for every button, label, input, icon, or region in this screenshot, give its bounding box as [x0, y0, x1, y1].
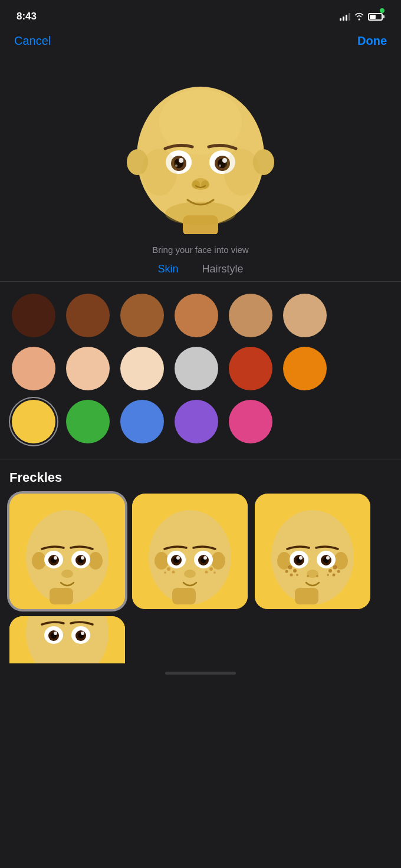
color-swatch-c3[interactable] [120, 294, 164, 337]
nav-bar: Cancel Done [0, 29, 401, 57]
color-row-2 [12, 347, 389, 390]
svg-point-47 [203, 556, 207, 560]
svg-point-71 [285, 570, 288, 573]
svg-point-51 [164, 571, 166, 574]
svg-point-24 [88, 552, 103, 570]
svg-point-76 [337, 570, 340, 573]
svg-point-48 [184, 570, 196, 578]
svg-point-20 [224, 149, 259, 196]
svg-point-38 [211, 552, 225, 570]
color-swatch-c9[interactable] [120, 347, 164, 390]
face-hint: Bring your face into view [152, 245, 248, 255]
color-swatch-c1[interactable] [12, 294, 55, 337]
svg-point-70 [293, 569, 297, 573]
freckle-face-1 [9, 494, 125, 609]
memoji-face [118, 69, 283, 234]
svg-point-52 [209, 567, 213, 571]
svg-point-78 [327, 574, 329, 576]
color-swatch-c13[interactable] [12, 400, 55, 443]
svg-point-67 [326, 556, 330, 560]
color-section [0, 282, 401, 459]
color-swatch-c12[interactable] [283, 347, 327, 390]
memoji-preview: Bring your face into view Skin Hairstyle [0, 57, 401, 281]
svg-point-90 [81, 632, 84, 635]
svg-point-66 [299, 556, 303, 560]
svg-rect-59 [295, 588, 318, 604]
color-swatch-c8[interactable] [66, 347, 110, 390]
svg-point-34 [61, 570, 73, 578]
done-button[interactable]: Done [357, 34, 387, 48]
color-swatch-c6[interactable] [283, 294, 327, 337]
svg-point-19 [142, 149, 177, 196]
svg-rect-39 [172, 588, 196, 604]
freckle-item-1[interactable] [9, 494, 125, 609]
status-time: 8:43 [17, 11, 37, 22]
freckles-section: Freckles [0, 459, 401, 663]
battery-icon [368, 13, 384, 21]
tab-row: Skin Hairstyle [157, 255, 243, 281]
color-row-1 [12, 294, 389, 337]
freckles-partial-row [9, 616, 392, 663]
freckles-grid [9, 494, 392, 609]
svg-point-46 [176, 556, 180, 560]
svg-point-33 [81, 556, 84, 560]
svg-point-72 [290, 574, 293, 577]
svg-point-82 [26, 616, 109, 663]
color-swatch-c7[interactable] [12, 347, 55, 390]
freckle-face-3 [255, 494, 370, 609]
svg-point-77 [333, 574, 336, 577]
freckle-face-4-partial [9, 616, 125, 663]
svg-point-73 [296, 574, 298, 576]
svg-point-15 [219, 165, 221, 167]
color-swatch-c11[interactable] [229, 347, 272, 390]
color-swatch-c5[interactable] [229, 294, 272, 337]
freckle-item-2[interactable] [132, 494, 248, 609]
svg-point-75 [328, 569, 332, 573]
svg-point-32 [54, 556, 57, 560]
color-swatch-c14[interactable] [66, 400, 110, 443]
status-icons [340, 12, 384, 21]
color-row-3 [12, 400, 389, 443]
color-swatch-c15[interactable] [120, 400, 164, 443]
svg-point-80 [316, 575, 318, 577]
cancel-button[interactable]: Cancel [14, 34, 51, 48]
svg-point-89 [54, 632, 57, 635]
wifi-icon [354, 12, 364, 21]
freckle-item-3[interactable] [255, 494, 370, 609]
tab-skin[interactable]: Skin [157, 263, 178, 275]
tab-hairstyle[interactable]: Hairstyle [202, 263, 244, 275]
freckles-title: Freckles [9, 470, 392, 485]
svg-rect-25 [50, 588, 73, 604]
svg-point-79 [307, 575, 309, 577]
memoji-svg [118, 69, 283, 234]
freckle-face-2 [132, 494, 248, 609]
svg-point-74 [333, 565, 337, 570]
svg-point-54 [213, 571, 216, 574]
status-bar: 8:43 [0, 0, 401, 29]
svg-point-12 [179, 158, 183, 163]
svg-point-49 [167, 567, 170, 571]
svg-point-37 [155, 552, 169, 570]
signal-icon [340, 12, 350, 21]
camera-indicator [380, 8, 384, 13]
color-swatch-c17[interactable] [229, 400, 272, 443]
freckle-item-4[interactable] [9, 616, 125, 663]
color-swatch-c2[interactable] [66, 294, 110, 337]
svg-point-69 [288, 565, 292, 570]
color-swatch-c16[interactable] [175, 400, 218, 443]
color-swatch-c10[interactable] [175, 347, 218, 390]
scroll-bar [165, 672, 236, 675]
svg-point-53 [205, 571, 208, 574]
svg-point-1 [159, 90, 242, 154]
color-swatch-c4[interactable] [175, 294, 218, 337]
svg-point-50 [172, 571, 175, 574]
svg-point-23 [32, 552, 46, 570]
scroll-indicator [0, 666, 401, 678]
